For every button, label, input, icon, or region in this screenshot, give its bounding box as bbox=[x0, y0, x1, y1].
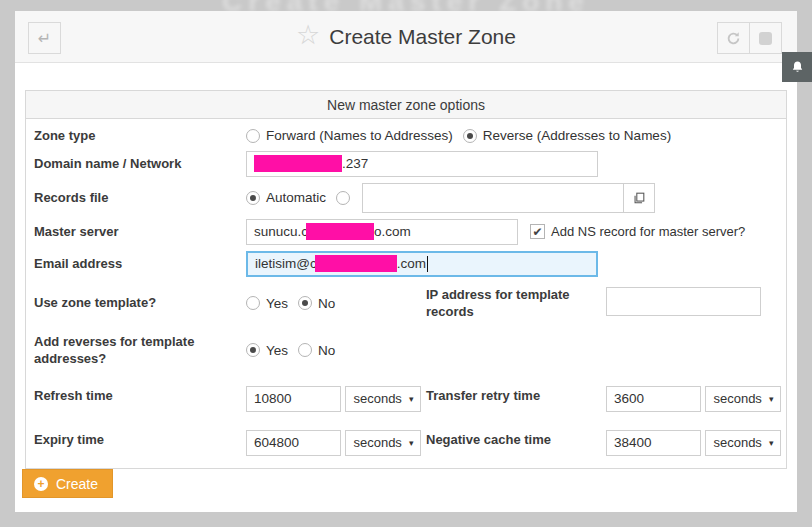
notification-bell-button[interactable] bbox=[782, 52, 812, 82]
row-add-reverses: Add reverses for template addresses? Yes… bbox=[26, 327, 786, 374]
master-server-input[interactable]: sunucu.co.com bbox=[246, 219, 518, 245]
refresh-time-input[interactable]: 10800 bbox=[246, 386, 341, 412]
refresh-button[interactable] bbox=[717, 22, 750, 54]
stop-button[interactable] bbox=[749, 22, 782, 54]
expiry-time-input[interactable]: 604800 bbox=[246, 430, 341, 456]
refresh-time-unit-value: seconds bbox=[353, 391, 401, 406]
stop-icon bbox=[759, 32, 772, 45]
transfer-retry-unit-select[interactable]: seconds ▾ bbox=[705, 386, 781, 412]
panel-title: New master zone options bbox=[26, 91, 786, 119]
create-button-label: Create bbox=[56, 476, 98, 492]
text-cursor bbox=[427, 256, 428, 272]
row-records-file: Records file Automatic bbox=[26, 180, 786, 216]
domain-name-input[interactable]: .237 bbox=[246, 151, 598, 177]
chevron-down-icon: ▾ bbox=[769, 394, 774, 404]
back-button[interactable]: ↵ bbox=[28, 22, 61, 54]
window-header: ↵ ☆ Create Master Zone bbox=[15, 11, 797, 63]
row-expiry-time: Expiry time 604800 seconds ▾ Negative ca… bbox=[26, 418, 786, 462]
zone-type-label: Zone type bbox=[34, 127, 246, 145]
page-title: Create Master Zone bbox=[329, 25, 516, 49]
refresh-time-unit-select[interactable]: seconds ▾ bbox=[345, 386, 421, 412]
chevron-down-icon: ▾ bbox=[769, 438, 774, 448]
radio-records-file[interactable] bbox=[336, 191, 350, 205]
radio-add-reverses-yes[interactable] bbox=[246, 343, 260, 357]
favorite-star-icon[interactable]: ☆ bbox=[296, 22, 320, 49]
radio-zone-type-forward[interactable] bbox=[246, 129, 260, 143]
domain-name-label: Domain name / Network bbox=[34, 155, 246, 173]
radio-add-reverses-no[interactable] bbox=[298, 343, 312, 357]
radio-use-template-no[interactable] bbox=[298, 296, 312, 310]
radio-use-template-yes[interactable] bbox=[246, 296, 260, 310]
return-arrow-icon: ↵ bbox=[38, 29, 51, 48]
radio-add-reverses-yes-label: Yes bbox=[266, 343, 288, 358]
add-ns-record-checkbox[interactable]: ✔ bbox=[530, 224, 545, 239]
redacted-email-value bbox=[315, 255, 397, 272]
expiry-time-label: Expiry time bbox=[34, 431, 246, 449]
ip-template-input[interactable] bbox=[606, 287, 761, 316]
transfer-retry-input[interactable]: 3600 bbox=[606, 386, 701, 412]
redacted-master-value bbox=[306, 223, 374, 240]
ip-template-label: IP address for template records bbox=[426, 286, 606, 321]
expiry-time-unit-value: seconds bbox=[353, 435, 401, 450]
records-file-label: Records file bbox=[34, 189, 246, 207]
radio-zone-type-reverse[interactable] bbox=[463, 129, 477, 143]
new-master-zone-options-panel: New master zone options Zone type Forwar… bbox=[25, 90, 787, 469]
negative-cache-label: Negative cache time bbox=[426, 431, 606, 449]
domain-value-suffix: .237 bbox=[342, 156, 368, 171]
master-value-prefix: sunucu.c bbox=[254, 224, 308, 239]
add-reverses-label: Add reverses for template addresses? bbox=[34, 333, 246, 368]
chevron-down-icon: ▾ bbox=[409, 394, 414, 404]
radio-use-template-yes-label: Yes bbox=[266, 296, 288, 311]
email-address-label: Email address bbox=[34, 255, 246, 273]
row-refresh-time: Refresh time 10800 seconds ▾ Transfer re… bbox=[26, 374, 786, 418]
use-template-label: Use zone template? bbox=[34, 294, 246, 312]
radio-zone-type-reverse-label: Reverse (Addresses to Names) bbox=[483, 128, 671, 143]
radio-use-template-no-label: No bbox=[318, 296, 335, 311]
refresh-time-label: Refresh time bbox=[34, 387, 246, 405]
row-zone-type: Zone type Forward (Names to Addresses) R… bbox=[26, 124, 786, 148]
file-chooser-button[interactable] bbox=[623, 183, 655, 213]
radio-records-automatic-label: Automatic bbox=[266, 190, 326, 205]
records-file-input[interactable] bbox=[362, 183, 624, 213]
transfer-retry-label: Transfer retry time bbox=[426, 387, 606, 405]
row-domain-name: Domain name / Network .237 bbox=[26, 148, 786, 180]
redacted-domain-value bbox=[254, 155, 342, 172]
chevron-down-icon: ▾ bbox=[409, 438, 414, 448]
master-server-label: Master server bbox=[34, 223, 246, 241]
create-master-zone-window: ↵ ☆ Create Master Zone New master zone o… bbox=[15, 11, 797, 512]
email-value-suffix: .com bbox=[397, 256, 426, 271]
negative-cache-unit-value: seconds bbox=[713, 435, 761, 450]
radio-add-reverses-no-label: No bbox=[318, 343, 335, 358]
transfer-retry-unit-value: seconds bbox=[713, 391, 761, 406]
negative-cache-input[interactable]: 38400 bbox=[606, 430, 701, 456]
create-button[interactable]: + Create bbox=[22, 469, 113, 498]
negative-cache-unit-select[interactable]: seconds ▾ bbox=[705, 430, 781, 456]
plus-circle-icon: + bbox=[34, 477, 48, 491]
add-ns-record-label: Add NS record for master server? bbox=[551, 224, 745, 239]
email-value-prefix: iletisim@c bbox=[255, 256, 317, 271]
expiry-time-unit-select[interactable]: seconds ▾ bbox=[345, 430, 421, 456]
email-address-input[interactable]: iletisim@c.com bbox=[246, 251, 598, 277]
radio-zone-type-forward-label: Forward (Names to Addresses) bbox=[266, 128, 453, 143]
row-email-address: Email address iletisim@c.com bbox=[26, 248, 786, 280]
row-master-server: Master server sunucu.co.com ✔ Add NS rec… bbox=[26, 216, 786, 248]
row-use-template: Use zone template? Yes No IP address for… bbox=[26, 280, 786, 327]
bell-icon bbox=[790, 60, 805, 75]
refresh-icon bbox=[726, 31, 741, 46]
file-copy-icon bbox=[632, 191, 646, 205]
master-value-suffix: o.com bbox=[374, 224, 411, 239]
radio-records-automatic[interactable] bbox=[246, 191, 260, 205]
